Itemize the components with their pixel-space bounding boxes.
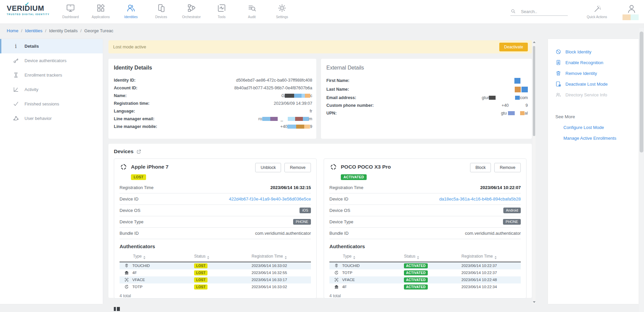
face-scan-icon [124, 277, 129, 282]
sidebar-item-finished-sessions[interactable]: Finished sessions [0, 97, 103, 111]
search-input[interactable] [521, 9, 568, 14]
authenticator-row[interactable]: VFACE ACTIVATED 2023/06/14 10:22:48 [329, 276, 521, 283]
authenticator-row[interactable]: VFACE LOST 2023/06/14 16:33:17 [120, 276, 311, 283]
content-scrollbar[interactable] [533, 40, 536, 304]
nav-label: Dashboard [62, 15, 79, 19]
action-block-identity[interactable]: Block Identity [555, 46, 639, 57]
field-label: Device ID [120, 196, 138, 202]
column-header-registration-time[interactable]: Registration Time [461, 252, 521, 262]
authenticator-row[interactable]: TOUCHID ACTIVATED 2023/06/14 10:22:37 [329, 262, 521, 269]
authenticator-row[interactable]: 4F ACTIVATED 2023/06/14 10:22:34 [329, 283, 521, 291]
sidebar-item-user-behavior[interactable]: User behavior [0, 111, 103, 126]
breadcrumb-person-name: George Tureac [84, 28, 113, 33]
action-remove-identity[interactable]: Remove Identity [555, 68, 639, 79]
top-bar: VERIDIUM✓ TRUSTED DIGITAL IDENTITY Dashb… [0, 0, 644, 24]
audit-log-search-icon [247, 3, 257, 13]
device-id-link[interactable]: 422d4b67-f10e-41a9-9e40-3e56d036e5ce [229, 196, 311, 202]
search-icon[interactable] [510, 8, 516, 14]
column-header-type[interactable]: Type [120, 252, 194, 262]
breadcrumb-home[interactable]: Home [7, 28, 18, 33]
link-configure-lost-mode[interactable]: Configure Lost Mode [563, 125, 639, 130]
scroll-down-arrow[interactable] [533, 301, 536, 303]
breadcrumb-separator: / [21, 28, 22, 33]
remove-device-button[interactable]: Remove [284, 163, 311, 172]
field-label: Registration Time [329, 185, 363, 190]
device-id-link[interactable]: da18ec5a-361a-4c16-b4b6-894cbafa5b28 [439, 196, 521, 202]
quick-actions-button[interactable]: Quick Actions [587, 5, 607, 19]
unblock-device-button[interactable]: Unblock [255, 163, 281, 172]
nav-tools[interactable]: Tools [206, 2, 237, 19]
lost-mode-banner: Lost mode active Deactivate [108, 40, 532, 53]
page-scrollbar[interactable] [639, 28, 644, 312]
email-address-row: Email address: gtur com [326, 94, 528, 101]
action-deactivate-lost-mode[interactable]: Deactivate Lost Mode [555, 79, 639, 89]
action-label: Deactivate Lost Mode [565, 82, 608, 87]
breadcrumb-identities[interactable]: Identities [25, 28, 42, 33]
identity-actions-panel: Block Identity Enable Recognition Remove… [548, 39, 639, 304]
nav-label: Applications [92, 15, 110, 19]
line-manager-mobile-redacted: +40 9 [280, 124, 312, 129]
device-card-apple-iphone-7: Apple iPhone 7 Unblock Remove LOST Regis… [114, 159, 317, 299]
action-enable-recognition[interactable]: Enable Recognition [555, 57, 639, 68]
remove-device-button[interactable]: Remove [494, 163, 521, 172]
device-registration-time-row: Registration Time 2023/06/14 16:32:15 [120, 182, 311, 193]
veridium-logo[interactable]: VERIDIUM✓ TRUSTED DIGITAL IDENTITY [7, 4, 57, 15]
action-directory-service-info[interactable]: Directory Service Info [555, 89, 639, 100]
devices-section: Devices Apple iPhone 7 Unblock Remove LO… [108, 144, 532, 298]
field-label: Bundle ID [329, 231, 349, 236]
authenticator-row[interactable]: 4F LOST 2023/06/14 16:32:55 [120, 269, 311, 276]
last-name-redacted [515, 87, 528, 92]
sidebar-item-device-authenticators[interactable]: Device authenticators [0, 53, 103, 68]
sidebar-item-enrollment-trackers[interactable]: Enrollment trackers [0, 68, 103, 82]
deactivate-lost-mode-button[interactable]: Deactivate [499, 43, 528, 51]
field-label: Identity ID: [114, 78, 136, 83]
line-manager-email-row: Line manager email: ro _ m [114, 115, 312, 123]
search-box[interactable] [510, 8, 568, 16]
devices-phones-icon [156, 3, 166, 13]
nav-devices[interactable]: Devices [146, 2, 176, 19]
action-label: Block Identity [565, 49, 591, 54]
field-label: First Name: [326, 78, 350, 83]
brand-checkmark-icon: ✓ [25, 1, 30, 7]
authenticator-row[interactable]: TOTP LOST 2023/06/14 16:33:02 [120, 283, 311, 291]
page-scrollbar-thumb[interactable] [640, 32, 643, 152]
device-id-row: Device ID da18ec5a-361a-4c16-b4b6-894cba… [329, 193, 521, 205]
sidebar-item-label: Finished sessions [25, 101, 59, 106]
sidebar-item-details[interactable]: i Details [0, 39, 103, 53]
identity-details-panel: Identity Details Identity ID: d506ebd7-a… [108, 59, 316, 139]
link-manage-active-enrollments[interactable]: Manage Active Enrollments [563, 136, 639, 141]
nav-label: Tools [218, 15, 225, 19]
field-label: Language: [114, 109, 135, 114]
name-value-redacted: G c [281, 93, 312, 98]
user-menu[interactable] [623, 4, 639, 20]
column-header-type[interactable]: Type [329, 252, 404, 262]
external-link-icon[interactable] [136, 149, 141, 154]
scrollbar-thumb[interactable] [533, 46, 535, 136]
authenticator-row[interactable]: TOTP ACTIVATED 2023/06/14 10:22:37 [329, 269, 521, 276]
nav-orchestrator[interactable]: Orchestrator [176, 2, 206, 19]
nav-audit[interactable]: Audit [237, 2, 267, 19]
upn-redacted: gtu al [501, 111, 528, 116]
column-header-status[interactable]: Status [194, 252, 251, 262]
authenticator-row[interactable]: TOUCHID LOST 2023/06/14 16:33:02 [120, 262, 311, 269]
device-id-row: Device ID 422d4b67-f10e-41a9-9e40-3e56d0… [120, 193, 311, 205]
four-fingers-icon [124, 270, 129, 275]
column-header-status[interactable]: Status [404, 252, 461, 262]
sidebar-item-activity[interactable]: Activity [0, 82, 103, 97]
scroll-up-arrow[interactable] [533, 41, 536, 43]
nav-settings[interactable]: Settings [267, 2, 297, 19]
id-badge-icon [555, 59, 561, 65]
upn-row: UPN: gtu al [326, 109, 528, 117]
check-icon [12, 101, 19, 107]
block-device-button[interactable]: Block [470, 163, 491, 172]
nav-applications[interactable]: Applications [86, 2, 116, 19]
device-name: Apple iPhone 7 [131, 164, 169, 170]
orchestrator-flow-icon [187, 3, 196, 13]
column-header-registration-time[interactable]: Registration Time [251, 252, 311, 262]
sort-icon [143, 256, 145, 259]
main-content: Lost mode active Deactivate Identity Det… [108, 40, 532, 298]
nav-identities[interactable]: Identities [116, 2, 146, 19]
phone-redacted: +40 9 [502, 103, 528, 108]
device-name: POCO POCO X3 Pro [341, 164, 391, 170]
nav-dashboard[interactable]: Dashboard [55, 2, 86, 19]
